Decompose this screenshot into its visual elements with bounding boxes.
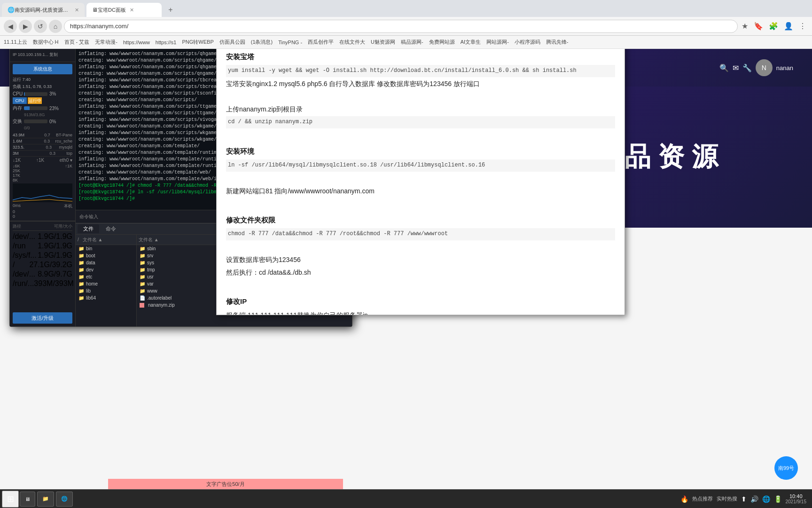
tab-close-2[interactable]: ✕ — [130, 7, 134, 13]
bookmarks-bar: 11.11上云 数据中心 H 首页 - 艾兹 无常动漫- https://www… — [0, 36, 812, 49]
disk-row-3: /sys/f...1.9G/1.9G — [13, 251, 72, 260]
home-button[interactable]: ⌂ — [49, 20, 62, 33]
tray-hot-icon[interactable]: 🔥 — [680, 495, 688, 503]
load-metric: 负载 1.51, 0.78, 0.33 — [13, 83, 72, 90]
bookmark-icon[interactable]: 🔖 — [752, 21, 765, 32]
swap-detail: 0/0 — [24, 126, 72, 130]
tray-network-icon[interactable]: 🌐 — [762, 495, 770, 503]
ad-bar[interactable]: 文字广告位50/月 — [108, 479, 343, 489]
process-list: 43.9M 0.7 BT-Pane 1.6M 0.3 rcu_sche 323.… — [13, 132, 72, 157]
bookmark-12[interactable]: 在线文件大 — [339, 39, 365, 46]
settings-icon[interactable]: ⋮ — [797, 21, 808, 32]
bookmark-14[interactable]: 稿品源网- — [401, 39, 423, 46]
tray-speech-icon[interactable]: 🔊 — [750, 495, 758, 503]
bookmark-17[interactable]: 网站源网- — [486, 39, 509, 46]
fmgr-item-etc[interactable]: 📁etc — [76, 273, 136, 280]
tab-close-1[interactable]: ✕ — [75, 7, 79, 13]
filemgr-tab-file[interactable]: 文件 — [78, 224, 99, 233]
tray-battery-icon[interactable]: 🔋 — [774, 495, 782, 503]
star-icon[interactable]: ★ — [740, 21, 750, 32]
bookmark-13[interactable]: U魅资源网 — [371, 39, 395, 46]
swap-label: 交换 — [13, 118, 22, 125]
bookmark-9[interactable]: (1条消息) — [251, 39, 273, 46]
browser-actions: ★ 🔖 🧩 👤 ⋮ — [740, 21, 808, 32]
extension-icon[interactable]: 🧩 — [767, 21, 780, 32]
bookmark-4[interactable]: 无常动漫- — [95, 39, 117, 46]
np-code-install: yum install -y wget && wget -O install.s… — [226, 65, 615, 77]
refresh-button[interactable]: ↺ — [34, 20, 47, 33]
tab-bar: 🌐 南安源码网-优质资源分... ✕ 🖥 宝塔DC面板 ✕ + — [0, 0, 812, 17]
process-row-2: 1.6M 0.3 rcu_sche — [13, 138, 72, 144]
fmgr-item-boot[interactable]: 📁boot — [76, 252, 136, 259]
filemgr-tab-cmd[interactable]: 命令 — [100, 224, 122, 233]
process-name-1: BT-Pane — [56, 133, 72, 137]
zip-icon — [140, 303, 144, 308]
taskbar-clock: 10:40 2021/9/15 — [786, 493, 807, 504]
fmgr-item-home[interactable]: 📁home — [76, 280, 136, 287]
tab-label-2: 宝塔DC面板 — [98, 7, 126, 14]
np-code-unzip: cd / && unzip nananym.zip — [226, 116, 615, 128]
bookmark-18[interactable]: 小程序源码 — [515, 39, 540, 46]
np-text-dbpwd: 设置数据库密码为123456 — [226, 254, 615, 266]
cpu-percent: 3% — [49, 91, 56, 96]
taskbar-btn-3[interactable]: 🌐 — [56, 492, 73, 507]
disk-row-6: /run/...393M/393M — [13, 279, 72, 288]
bookmark-6[interactable]: https://s1 — [156, 40, 177, 45]
fmgr-item-dev[interactable]: 📁dev — [76, 266, 136, 273]
forward-button[interactable]: ▶ — [19, 20, 32, 33]
tray-realtime-label: 实时热搜 — [717, 495, 737, 502]
bookmark-7[interactable]: PNG转WEBP — [182, 39, 213, 46]
taskbar: ⊞ 🖥 📁 🌐 🔥 热点推荐 实时热搜 ⬆ 🔊 🌐 🔋 10:40 2021/9… — [0, 489, 812, 508]
chat-bubble[interactable]: 南99号 — [774, 456, 798, 480]
cpu-metric-row: CPU 3% — [13, 91, 72, 96]
search-icon[interactable]: 🔍 — [719, 64, 729, 72]
bookmark-15[interactable]: 免费网站源 — [429, 39, 455, 46]
np-heading-env: 安装环境 — [226, 145, 615, 158]
cmd-label: 命令输入 — [79, 214, 98, 220]
process-name-4: top — [66, 151, 72, 156]
system-info-button[interactable]: 系统信息 — [13, 64, 72, 74]
eth-select[interactable]: eth0 ▾ — [60, 158, 72, 163]
bookmark-2[interactable]: 数据中心 H — [33, 39, 59, 46]
fmgr-item-bin[interactable]: 📁bin — [76, 245, 136, 252]
tab-2[interactable]: 🖥 宝塔DC面板 ✕ — [86, 3, 162, 17]
settings-icon-nav[interactable]: 🔧 — [742, 64, 752, 72]
bookmark-8[interactable]: 仿面具公园 — [219, 39, 245, 46]
latency-value: 0ms — [13, 203, 21, 209]
latency-row: 0ms 本机 — [13, 203, 72, 209]
bookmark-10[interactable]: TinyPNG - — [278, 40, 302, 45]
fmgr-item-lib[interactable]: 📁lib — [76, 287, 136, 294]
notepad-window: 📝 搭建教程.txt - 记事本 ─ □ ✕ 文件(F) 编辑(E) 格式(O)… — [216, 14, 625, 315]
send-icon[interactable]: ✉ — [733, 64, 739, 72]
disk-row-1: /dev/...1.9G/1.9G — [13, 232, 72, 241]
tab-1[interactable]: 🌐 南安源码网-优质资源分... ✕ — [2, 3, 85, 17]
bookmark-1[interactable]: 11.11上云 — [4, 39, 27, 46]
fmgr-item-data[interactable]: 📁data — [76, 259, 136, 266]
bookmark-5[interactable]: https://www — [123, 40, 150, 45]
taskbar-btn-2[interactable]: 📁 — [37, 492, 54, 507]
chart-svg — [13, 183, 72, 202]
taskbar-btn-1[interactable]: 🖥 — [20, 492, 35, 507]
address-bar[interactable] — [64, 20, 738, 33]
username: nanan — [776, 64, 793, 71]
start-button[interactable]: ⊞ — [2, 491, 19, 508]
tab-favicon-2: 🖥 — [92, 7, 98, 13]
fmgr-item-lib64[interactable]: 📁lib64 — [76, 294, 136, 302]
process-row-3: 323.5. 0.3 mysqld — [13, 144, 72, 151]
disk-row-5: /dev/...8.9G/9.7G — [13, 270, 72, 279]
bookmark-11[interactable]: 西瓜创作平 — [308, 39, 334, 46]
process-row-1: 43.9M 0.7 BT-Pane — [13, 132, 72, 138]
notepad-content: 安装宝塔 yum install -y wget && wget -O inst… — [217, 39, 625, 315]
cpu-boxes: CPU 运行中 — [13, 97, 72, 104]
new-tab-button[interactable]: + — [164, 3, 178, 17]
bookmark-3[interactable]: 首页 - 艾兹 — [64, 39, 90, 46]
tray-up-icon[interactable]: ⬆ — [741, 495, 747, 503]
bookmark-19[interactable]: 腾讯先锋- — [546, 39, 569, 46]
upgrade-button[interactable]: 激活/升级 — [13, 312, 72, 324]
np-text-upload: 上传nananym.zip到根目录 — [226, 103, 615, 115]
bookmark-16[interactable]: AI文章生 — [461, 39, 481, 46]
user-icon[interactable]: 👤 — [782, 21, 795, 32]
process-cpu-3: 0.3 — [46, 145, 52, 150]
back-button[interactable]: ◀ — [4, 20, 17, 33]
ip-display: IP 103.100.159.1... 复制 — [13, 52, 72, 58]
